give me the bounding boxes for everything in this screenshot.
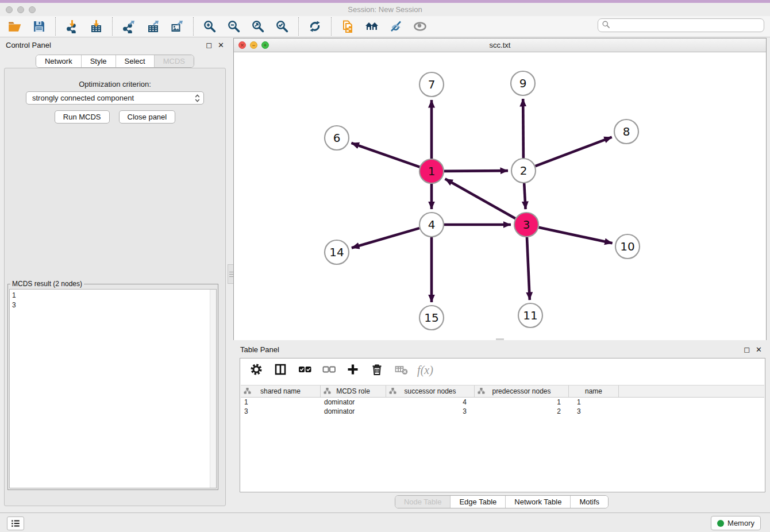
show-hide-eye-button[interactable] [410, 18, 430, 35]
mcds-tab-content: Optimization criterion: strongly connect… [4, 68, 226, 506]
add-row-button[interactable] [345, 362, 361, 378]
node-11[interactable]: 11 [518, 303, 542, 327]
toolbar-group [57, 18, 111, 35]
table-tab-motifs[interactable]: Motifs [570, 496, 608, 508]
node-1[interactable]: 1 [419, 159, 444, 183]
table-tab-edge-table[interactable]: Edge Table [450, 496, 505, 508]
float-table-panel-icon[interactable]: ◻ [744, 346, 750, 353]
gear-button[interactable] [248, 362, 264, 378]
optimization-criterion-select[interactable]: strongly connected component [26, 91, 204, 105]
control-tab-select[interactable]: Select [116, 55, 154, 67]
node-15[interactable]: 15 [419, 306, 444, 330]
open-session-button[interactable] [5, 18, 25, 35]
memory-button[interactable]: Memory [711, 516, 761, 530]
node-10[interactable]: 10 [615, 234, 640, 259]
delete-row-button[interactable] [369, 362, 385, 378]
clone-network-button[interactable] [337, 18, 358, 35]
edge-1-2[interactable] [444, 171, 508, 171]
control-tab-mcds[interactable]: MCDS [154, 55, 194, 67]
select-all-button[interactable] [297, 362, 313, 378]
table-row[interactable]: 1dominator411 [241, 398, 764, 407]
table-row[interactable]: 3dominator323 [241, 407, 764, 416]
network-overview-button[interactable] [361, 18, 382, 35]
refresh-layout-button[interactable] [305, 18, 325, 35]
node-table-container: f(x) shared nameMCDS rolesuccessor nodes… [240, 358, 765, 492]
node-label: 2 [520, 164, 528, 178]
cell-name[interactable]: 3 [569, 407, 619, 416]
network-canvas[interactable]: 7968124314101511 [234, 52, 766, 340]
edge-3-1[interactable] [445, 179, 515, 218]
zoom-fit-button[interactable] [248, 18, 268, 35]
search-input[interactable] [613, 20, 764, 31]
control-tab-network[interactable]: Network [36, 55, 81, 67]
edge-2-8[interactable] [536, 137, 612, 167]
node-label: 14 [329, 245, 344, 259]
search-box[interactable] [598, 18, 764, 32]
cell-shared-name[interactable]: 3 [241, 407, 321, 416]
column-header-successor-nodes[interactable]: successor nodes [386, 385, 475, 397]
edge-2-9[interactable] [523, 99, 523, 158]
node-7[interactable]: 7 [419, 72, 444, 97]
control-tabbar: NetworkStyleSelectMCDS [36, 55, 194, 68]
table-toolbar: f(x) [240, 358, 765, 381]
node-3[interactable]: 3 [514, 213, 538, 237]
export-network-button[interactable] [118, 18, 139, 35]
column-header-predecessor-nodes[interactable]: predecessor nodes [475, 385, 569, 397]
float-panel-icon[interactable]: ◻ [206, 41, 212, 49]
zoom-in-button[interactable] [199, 18, 220, 35]
mcds-result-list[interactable]: 13 [9, 289, 217, 488]
cell-MCDS-role[interactable]: dominator [321, 407, 386, 416]
export-image-button[interactable] [167, 18, 187, 35]
open-session-icon [7, 19, 22, 34]
import-table-button[interactable] [86, 18, 106, 35]
close-table-panel-icon[interactable]: ✕ [756, 346, 762, 353]
graphics-details-button[interactable] [386, 18, 406, 35]
column-header-shared-name[interactable]: shared name [241, 385, 321, 397]
mcds-result-title: MCDS result (2 nodes) [10, 280, 84, 288]
save-session-button[interactable] [29, 18, 49, 35]
result-scrollbar[interactable] [210, 290, 216, 488]
column-header-MCDS-role[interactable]: MCDS role [321, 385, 386, 397]
node-4[interactable]: 4 [419, 213, 444, 237]
cell-predecessor-nodes[interactable]: 1 [475, 398, 569, 407]
close-panel-icon[interactable]: ✕ [218, 41, 224, 49]
node-14[interactable]: 14 [325, 240, 349, 264]
result-line: 3 [12, 300, 214, 310]
node-8[interactable]: 8 [614, 119, 638, 144]
cell-shared-name[interactable]: 1 [241, 398, 321, 407]
column-label: successor nodes [404, 387, 456, 395]
export-table-icon [146, 20, 160, 33]
edge-3-11[interactable] [527, 237, 530, 300]
edge-3-10[interactable] [539, 228, 613, 244]
cell-successor-nodes[interactable]: 4 [386, 398, 475, 407]
view-resize-grip[interactable] [496, 338, 504, 340]
node-6[interactable]: 6 [325, 126, 349, 150]
edge-1-6[interactable] [351, 143, 419, 167]
node-label: 1 [428, 164, 436, 178]
node-2[interactable]: 2 [511, 159, 536, 183]
cell-MCDS-role[interactable]: dominator [321, 398, 386, 407]
table-tab-network-table[interactable]: Network Table [505, 496, 570, 508]
close-panel-button[interactable]: Close panel [119, 110, 176, 124]
function-button[interactable]: f(x) [417, 362, 433, 378]
import-network-button[interactable] [61, 18, 82, 35]
node-9[interactable]: 9 [511, 71, 535, 95]
cell-name[interactable]: 1 [569, 398, 619, 407]
zoom-selected-button[interactable] [272, 18, 292, 35]
task-history-button[interactable] [7, 516, 24, 530]
columns-button[interactable] [272, 362, 288, 378]
gear-icon [249, 363, 263, 378]
control-tab-style[interactable]: Style [81, 55, 116, 67]
edge-2-3[interactable] [524, 183, 525, 209]
run-mcds-button[interactable]: Run MCDS [55, 110, 110, 124]
unselect-all-button[interactable] [321, 362, 337, 378]
cell-successor-nodes[interactable]: 3 [386, 407, 475, 416]
table-tab-node-table[interactable]: Node Table [395, 496, 451, 508]
zoom-out-button[interactable] [224, 18, 244, 35]
column-header-name[interactable]: name [569, 385, 619, 397]
export-table-button[interactable] [143, 18, 163, 35]
edge-4-14[interactable] [352, 228, 419, 248]
delete-table-button[interactable] [393, 362, 409, 378]
columns-icon [274, 363, 287, 378]
cell-predecessor-nodes[interactable]: 2 [475, 407, 569, 416]
